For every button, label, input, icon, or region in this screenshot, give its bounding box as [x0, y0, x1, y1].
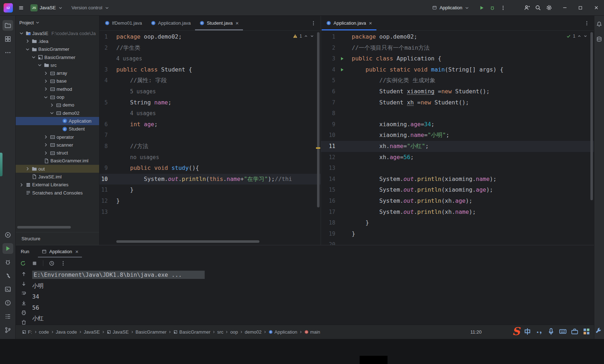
code-line-5[interactable]: 5 String name;: [99, 97, 321, 108]
code-line-6[interactable]: 6 Student xiaoming =new Student();: [321, 86, 594, 97]
line-number[interactable]: 1: [99, 31, 116, 43]
code-line-7[interactable]: 7: [99, 130, 321, 141]
line-number[interactable]: 2: [99, 43, 116, 54]
line-number[interactable]: 5: [321, 75, 335, 86]
tab-application-java[interactable]: CApplication.java×: [322, 16, 376, 30]
code-line-4[interactable]: 4 public static void main(String[] args)…: [321, 64, 594, 75]
usages-hint[interactable]: 4 usages: [116, 53, 142, 64]
code-line-5[interactable]: 5 //实例化类 生成对象: [321, 75, 594, 86]
breadcrumb-main[interactable]: mmain: [303, 329, 321, 335]
run-configuration-selector[interactable]: Application: [429, 3, 472, 12]
tree-item-struct[interactable]: struct: [16, 149, 99, 157]
tree-item-basicgrammer[interactable]: BasicGrammer: [16, 45, 99, 53]
code-line-13[interactable]: 13: [99, 207, 321, 218]
project-selector[interactable]: JS JavaSE: [28, 3, 65, 13]
up-button[interactable]: [21, 271, 27, 277]
line-number[interactable]: 4: [99, 75, 116, 86]
search-everywhere-button[interactable]: [532, 3, 544, 13]
wrench-taskbar-button[interactable]: [594, 327, 603, 336]
usages-hint[interactable]: 4 usages: [116, 108, 156, 119]
tree-item-demo02[interactable]: demo02: [16, 109, 99, 117]
inspections-widget-left[interactable]: 1: [293, 34, 314, 39]
tree-item-out[interactable]: out: [16, 165, 99, 173]
git-tool-button[interactable]: [3, 325, 13, 335]
inspections-widget-right[interactable]: 1: [566, 34, 588, 39]
tab-options-button[interactable]: [580, 16, 594, 30]
code-line-10[interactable]: 10 System.out.println(this.name+"在学习");/…: [99, 174, 321, 185]
line-number[interactable]: 5: [99, 97, 116, 108]
run-icon[interactable]: [340, 67, 345, 72]
tree-item-method[interactable]: method: [16, 85, 99, 93]
close-button[interactable]: [588, 0, 604, 16]
project-tool-button[interactable]: [3, 20, 13, 31]
chevron-down-icon[interactable]: [25, 46, 30, 52]
main-menu-button[interactable]: [18, 5, 24, 11]
tree-item-operator[interactable]: operator: [16, 133, 99, 141]
build-tool-button[interactable]: [3, 270, 13, 281]
code-line-12[interactable]: 12}: [99, 196, 321, 207]
chevron-right-icon[interactable]: [43, 150, 49, 156]
run-icon[interactable]: [340, 56, 345, 61]
close-tab-icon[interactable]: ×: [75, 249, 78, 255]
line-number[interactable]: 6: [321, 86, 335, 97]
notifications-tool-button[interactable]: [595, 20, 603, 28]
debug-button[interactable]: [487, 3, 498, 13]
todo-tool-button[interactable]: [3, 311, 13, 322]
more-actions-button[interactable]: [498, 3, 508, 13]
minimize-button[interactable]: [557, 0, 573, 16]
code-line-18[interactable]: 18 }: [321, 217, 594, 228]
breadcrumb-javase[interactable]: JavaSE: [83, 329, 101, 335]
tree-item-demo[interactable]: demo: [16, 101, 99, 109]
project-panel-header[interactable]: Project: [16, 16, 99, 29]
run-tool-button[interactable]: [3, 243, 13, 254]
code-line-4[interactable]: 4 //属性: 字段: [99, 75, 321, 86]
line-number[interactable]: 10: [99, 174, 116, 185]
breadcrumb-code[interactable]: code: [38, 329, 50, 335]
breadcrumb-f[interactable]: F:: [21, 329, 33, 335]
run-button[interactable]: [476, 3, 487, 13]
line-number[interactable]: 10: [321, 130, 335, 141]
chevron-down-icon[interactable]: [49, 110, 55, 116]
maximize-button[interactable]: [573, 0, 588, 16]
code-line-8[interactable]: 8: [321, 108, 594, 119]
usages-hint[interactable]: no usages: [116, 152, 159, 163]
code-line-15[interactable]: 15 System.out.println(xiaoming.age);: [321, 185, 594, 196]
chevron-right-icon[interactable]: [43, 134, 49, 140]
tree-item-javase-iml[interactable]: JavaSE.iml: [16, 173, 99, 181]
tree-item-student[interactable]: CStudent: [16, 125, 99, 133]
code-line-12[interactable]: 12 xh.age=56;: [321, 152, 594, 163]
code-line-9[interactable]: 9 public void study(){: [99, 163, 321, 174]
chevron-down-icon[interactable]: [310, 34, 314, 38]
line-number[interactable]: 14: [321, 174, 335, 185]
down-button[interactable]: [21, 281, 27, 287]
apps-grid-taskbar-button[interactable]: [582, 327, 591, 336]
rerun-button[interactable]: [20, 260, 26, 266]
mic-taskbar-button[interactable]: [547, 327, 555, 336]
services-tool-button[interactable]: [3, 230, 13, 240]
sogou-input-icon[interactable]: S: [512, 326, 520, 337]
vcs-selector[interactable]: Version control: [69, 3, 112, 12]
line-number[interactable]: 12: [99, 196, 116, 207]
breadcrumb-basicgrammer[interactable]: BasicGrammer: [135, 329, 168, 335]
tree-item-src[interactable]: src: [16, 61, 99, 69]
project-horizontal-scrollbar[interactable]: [17, 226, 71, 228]
code-line-17[interactable]: 17 System.out.println(xh.name);: [321, 207, 594, 218]
chevron-right-icon[interactable]: [43, 70, 49, 76]
breadcrumb-basicgrammer[interactable]: BasicGrammer: [172, 329, 211, 335]
code-line-6[interactable]: 6 int age;: [99, 119, 321, 130]
punctuation-taskbar-button[interactable]: [535, 327, 544, 336]
tree-item-scanner[interactable]: scanner: [16, 141, 99, 149]
debug-tool-button[interactable]: [3, 257, 13, 267]
close-tab-icon[interactable]: ×: [369, 20, 372, 26]
line-number[interactable]: 8: [321, 108, 335, 119]
line-number[interactable]: 16: [321, 196, 335, 207]
usages-hint[interactable]: 5 usages: [116, 86, 156, 97]
settings-button[interactable]: [544, 3, 555, 13]
structure-tool-button[interactable]: [3, 34, 13, 44]
chevron-right-icon[interactable]: [43, 86, 49, 92]
code-line-1[interactable]: 1package oop.demo02;: [321, 31, 594, 43]
chevron-up-icon[interactable]: [577, 34, 581, 38]
code-line-10[interactable]: 10 xiaoming.name="小明";: [321, 130, 594, 141]
tab-student-java[interactable]: CStudent.java×: [195, 16, 243, 30]
breadcrumb-oop[interactable]: oop: [229, 329, 239, 335]
